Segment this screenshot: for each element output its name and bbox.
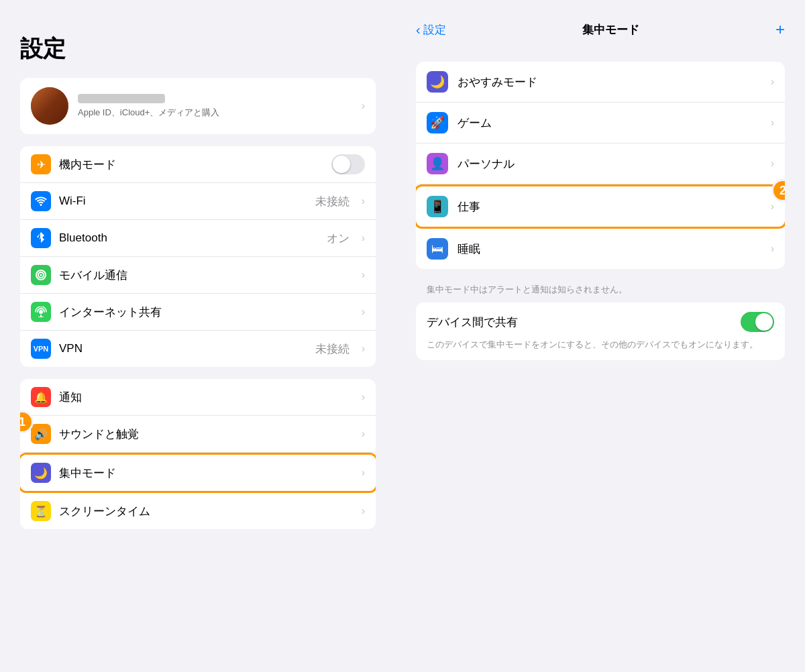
profile-row[interactable]: Apple ID、iCloud+、メディアと購入 › xyxy=(20,78,376,134)
work-row[interactable]: 📱 仕事 › xyxy=(416,186,785,227)
network-card: ✈ 機内モード Wi-Fi 未接続 › Bluetooth xyxy=(20,146,376,367)
focus-items-card: 🌙 おやすみモード › 🚀 ゲーム › 👤 パーソナル › 2 📱 仕事 xyxy=(416,62,785,269)
oyasumi-row[interactable]: 🌙 おやすみモード › xyxy=(416,62,785,103)
wifi-row[interactable]: Wi-Fi 未接続 › xyxy=(20,183,376,220)
hotspot-icon xyxy=(31,302,51,322)
screentime-chevron: › xyxy=(362,505,365,517)
sleep-label: 睡眠 xyxy=(458,241,761,257)
mobile-label: モバイル通信 xyxy=(59,268,354,283)
focus-icon: 🌙 xyxy=(31,463,51,483)
sleep-row[interactable]: 🛏 睡眠 › xyxy=(416,229,785,269)
hotspot-label: インターネット共有 xyxy=(59,304,354,320)
notification-icon: 🔔 xyxy=(31,387,51,407)
notification-label: 通知 xyxy=(59,390,354,405)
sleep-icon: 🛏 xyxy=(427,238,448,260)
chevron-icon: › xyxy=(362,100,365,112)
game-chevron: › xyxy=(771,117,774,129)
screentime-row[interactable]: ⏳ スクリーンタイム › xyxy=(20,493,376,529)
share-toggle[interactable] xyxy=(741,312,774,332)
screentime-icon: ⏳ xyxy=(31,501,51,521)
right-panel: ‹ 設定 集中モード + 🌙 おやすみモード › 🚀 ゲーム › 👤 パーソナル… xyxy=(396,0,805,672)
toggle-thumb xyxy=(333,156,350,173)
sound-icon: 🔊 xyxy=(31,424,51,444)
notification-chevron: › xyxy=(362,391,365,403)
utility-card: 🔔 通知 › 1 🔊 サウンドと触覚 › 🌙 集中モード › ⏳ スクリーンタイ… xyxy=(20,379,376,529)
mobile-row[interactable]: モバイル通信 › xyxy=(20,257,376,294)
bluetooth-value: オン xyxy=(327,231,350,246)
focus-row-container: 🌙 集中モード › xyxy=(20,453,376,493)
toggle-on-thumb xyxy=(755,313,773,331)
sound-row[interactable]: 1 🔊 サウンドと触覚 › xyxy=(20,416,376,453)
oyasumi-icon: 🌙 xyxy=(427,71,448,93)
personal-label: パーソナル xyxy=(458,156,761,172)
page-title: 設定 xyxy=(20,34,376,64)
wifi-label: Wi-Fi xyxy=(59,194,307,208)
share-description: このデバイスで集中モードをオンにすると、その他のデバイスでもオンになります。 xyxy=(427,339,774,351)
sleep-chevron: › xyxy=(771,243,774,255)
wifi-icon xyxy=(31,191,51,211)
share-card: デバイス間で共有 このデバイスで集中モードをオンにすると、その他のデバイスでもオ… xyxy=(416,302,785,360)
share-row: デバイス間で共有 xyxy=(427,312,774,332)
profile-card: Apple ID、iCloud+、メディアと購入 › xyxy=(20,78,376,134)
share-label: デバイス間で共有 xyxy=(427,315,741,330)
avatar-image xyxy=(31,87,68,125)
oyasumi-chevron: › xyxy=(771,76,774,88)
profile-text: Apple ID、iCloud+、メディアと購入 xyxy=(78,94,352,119)
avatar xyxy=(31,87,68,125)
focus-chevron: › xyxy=(362,467,365,479)
focus-info-text: 集中モード中はアラートと通知は知らされません。 xyxy=(416,278,785,302)
wifi-value: 未接続 xyxy=(315,194,350,209)
screentime-label: スクリーンタイム xyxy=(59,504,354,519)
right-header: ‹ 設定 集中モード + xyxy=(416,13,785,46)
hotspot-row[interactable]: インターネット共有 › xyxy=(20,294,376,331)
profile-subtitle: Apple ID、iCloud+、メディアと購入 xyxy=(78,107,352,119)
vpn-label: VPN xyxy=(59,342,307,355)
focus-label: 集中モード xyxy=(59,465,354,481)
back-label: 設定 xyxy=(423,22,446,38)
airplane-label: 機内モード xyxy=(59,157,323,172)
game-label: ゲーム xyxy=(458,115,761,131)
back-button[interactable]: ‹ 設定 xyxy=(416,22,446,38)
left-panel: 設定 Apple ID、iCloud+、メディアと購入 › ✈ 機内モード xyxy=(0,0,396,672)
work-row-wrap: 2 📱 仕事 › xyxy=(416,184,785,229)
airplane-row[interactable]: ✈ 機内モード xyxy=(20,146,376,183)
vpn-value: 未接続 xyxy=(315,341,350,357)
mobile-icon xyxy=(31,265,51,285)
bluetooth-label: Bluetooth xyxy=(59,231,319,245)
personal-row[interactable]: 👤 パーソナル › xyxy=(416,144,785,184)
oyasumi-label: おやすみモード xyxy=(458,74,761,90)
personal-chevron: › xyxy=(771,158,774,170)
game-icon: 🚀 xyxy=(427,112,448,133)
bluetooth-icon xyxy=(31,228,51,248)
add-button[interactable]: + xyxy=(775,20,785,39)
wifi-chevron: › xyxy=(362,195,365,207)
work-highlighted: 📱 仕事 › xyxy=(416,184,785,229)
profile-name-blurred xyxy=(78,94,165,103)
svg-point-3 xyxy=(39,310,43,314)
focus-row[interactable]: 🌙 集中モード › xyxy=(20,455,376,491)
notification-row[interactable]: 🔔 通知 › xyxy=(20,379,376,416)
work-icon: 📱 xyxy=(427,196,448,217)
personal-icon: 👤 xyxy=(427,153,448,174)
airplane-icon: ✈ xyxy=(31,154,51,174)
right-title: 集中モード xyxy=(582,22,639,38)
mobile-chevron: › xyxy=(362,269,365,281)
vpn-icon: VPN xyxy=(31,339,51,359)
airplane-toggle[interactable] xyxy=(331,154,365,174)
svg-point-2 xyxy=(40,274,42,276)
work-label: 仕事 xyxy=(458,199,761,215)
sound-label: サウンドと触覚 xyxy=(59,427,354,442)
bluetooth-row[interactable]: Bluetooth オン › xyxy=(20,220,376,257)
vpn-chevron: › xyxy=(362,343,365,355)
sound-chevron: › xyxy=(362,428,365,440)
work-chevron: › xyxy=(771,201,774,213)
vpn-text: VPN xyxy=(34,345,49,353)
back-chevron-icon: ‹ xyxy=(416,22,421,38)
game-row[interactable]: 🚀 ゲーム › xyxy=(416,103,785,144)
bluetooth-chevron: › xyxy=(362,232,365,244)
hotspot-chevron: › xyxy=(362,306,365,318)
vpn-row[interactable]: VPN VPN 未接続 › xyxy=(20,331,376,367)
